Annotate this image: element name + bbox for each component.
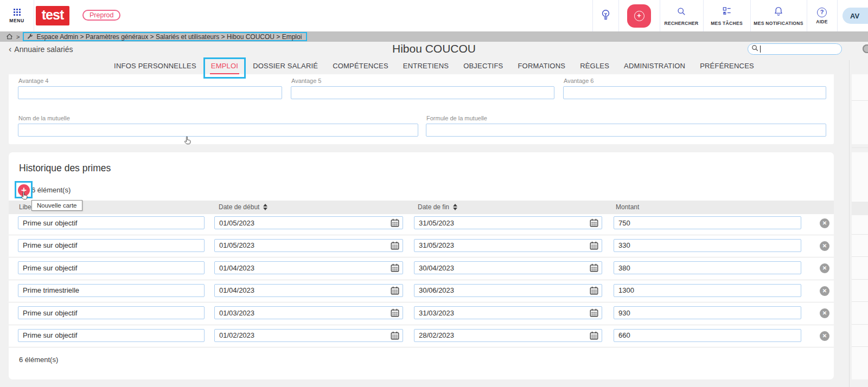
- prime-date-fin-input[interactable]: [414, 239, 602, 252]
- prime-montant-input[interactable]: [614, 329, 801, 342]
- add-button-tooltip: Nouvelle carte: [31, 200, 82, 211]
- delete-row-button[interactable]: ✕: [820, 218, 829, 228]
- prime-date-fin-input[interactable]: [414, 261, 602, 274]
- delete-row-button[interactable]: ✕: [820, 308, 829, 318]
- calendar-icon[interactable]: [590, 308, 598, 317]
- prime-date-debut-input[interactable]: [214, 329, 403, 342]
- prime-date-debut-input[interactable]: [214, 261, 403, 274]
- avantage6-input[interactable]: [563, 86, 826, 99]
- tab-regles[interactable]: RÈGLES: [580, 60, 609, 70]
- prime-montant-input[interactable]: [614, 284, 801, 297]
- suggestion-button[interactable]: [592, 0, 618, 31]
- tab-competences[interactable]: COMPÉTENCES: [333, 60, 388, 70]
- prime-libelle-input[interactable]: [18, 306, 205, 319]
- calendar-icon[interactable]: [590, 263, 598, 272]
- column-montant: Montant: [616, 203, 639, 211]
- avantage5-input[interactable]: [291, 86, 554, 99]
- section-title: Historique des primes: [19, 163, 111, 174]
- mutuelle-formule-input[interactable]: [426, 124, 826, 137]
- calendar-icon[interactable]: [391, 308, 399, 317]
- tab-infos-personnelles[interactable]: INFOS PERSONNELLES: [114, 60, 196, 70]
- quick-add-button[interactable]: +: [627, 4, 651, 28]
- delete-row-button[interactable]: ✕: [820, 331, 829, 341]
- mutuelle-nom-input[interactable]: [18, 124, 418, 137]
- environment-badge: Preprod: [82, 10, 120, 21]
- calendar-icon[interactable]: [590, 241, 598, 250]
- avantage6-label: Avantage 6: [564, 78, 593, 84]
- user-avatar[interactable]: AV: [843, 8, 868, 24]
- calendar-icon[interactable]: [590, 286, 598, 295]
- profile-tabs: INFOS PERSONNELLES EMPLOI DOSSIER SALARI…: [0, 60, 868, 74]
- column-date-debut[interactable]: Date de début: [219, 203, 267, 211]
- employee-search-input[interactable]: [748, 43, 842, 55]
- tasks-icon: [722, 6, 732, 19]
- table-header: Libellé Date de début Date de fin Montan…: [9, 201, 834, 214]
- my-notifications-button[interactable]: MES NOTIFICATIONS: [750, 0, 807, 31]
- prime-libelle-input[interactable]: [18, 216, 205, 229]
- row-separator: [9, 302, 834, 302]
- menu-grid-icon: [14, 9, 21, 16]
- breadcrumb: > Espace Admin > Paramètres généraux > S…: [0, 31, 868, 42]
- prime-date-fin-input[interactable]: [414, 306, 602, 319]
- prime-date-debut-input[interactable]: [214, 239, 403, 252]
- tab-entretiens[interactable]: ENTRETIENS: [403, 60, 449, 70]
- prime-date-fin-input[interactable]: [414, 329, 602, 342]
- prime-date-debut-input[interactable]: [214, 306, 403, 319]
- app-logo[interactable]: test: [36, 6, 69, 25]
- calendar-icon[interactable]: [391, 286, 399, 295]
- text-caret: [760, 46, 761, 53]
- row-separator: [9, 257, 834, 257]
- page-title: Hibou COUCOU: [0, 42, 868, 55]
- prime-libelle-input[interactable]: [18, 284, 205, 297]
- prime-libelle-input[interactable]: [18, 239, 205, 252]
- tab-preferences[interactable]: PRÉFÉRENCES: [700, 60, 754, 70]
- prime-date-debut-input[interactable]: [214, 216, 403, 229]
- lightbulb-icon: [599, 9, 612, 23]
- home-icon[interactable]: [6, 33, 13, 40]
- delete-row-button[interactable]: ✕: [820, 263, 829, 273]
- prime-libelle-input[interactable]: [18, 329, 205, 342]
- tab-administration[interactable]: ADMINISTRATION: [624, 60, 685, 70]
- search-icon: [676, 6, 687, 19]
- row-separator: [9, 235, 834, 235]
- search-menu-button[interactable]: RECHERCHER: [660, 0, 703, 31]
- calendar-icon[interactable]: [590, 331, 598, 340]
- delete-row-button[interactable]: ✕: [820, 241, 829, 251]
- sort-icon[interactable]: [263, 204, 267, 210]
- prime-montant-input[interactable]: [614, 306, 801, 319]
- column-date-fin[interactable]: Date de fin: [418, 203, 457, 211]
- tab-dossier-salarie[interactable]: DOSSIER SALARIÉ: [253, 60, 318, 70]
- edge-partial-icon: [863, 44, 868, 53]
- tab-emploi[interactable]: EMPLOI: [211, 60, 238, 70]
- row-separator: [9, 325, 834, 325]
- tab-formations[interactable]: FORMATIONS: [518, 60, 565, 70]
- prime-montant-input[interactable]: [614, 216, 801, 229]
- menu-button[interactable]: MENU: [4, 5, 29, 27]
- menu-label: MENU: [9, 18, 24, 23]
- my-tasks-button[interactable]: MES TÂCHES: [703, 0, 750, 31]
- prime-date-debut-input[interactable]: [214, 284, 403, 297]
- calendar-icon[interactable]: [391, 263, 399, 272]
- wrench-icon: [27, 32, 33, 42]
- prime-montant-input[interactable]: [614, 261, 801, 274]
- avantage4-label: Avantage 4: [18, 78, 48, 84]
- prime-date-fin-input[interactable]: [414, 216, 602, 229]
- calendar-icon[interactable]: [590, 218, 598, 227]
- add-prime-button[interactable]: +: [18, 184, 30, 196]
- prime-montant-input[interactable]: [614, 239, 801, 252]
- magnifier-icon: [751, 44, 759, 54]
- sort-icon[interactable]: [453, 204, 457, 210]
- plus-icon: +: [634, 11, 644, 21]
- avantage4-input[interactable]: [18, 86, 282, 99]
- calendar-icon[interactable]: [391, 218, 399, 227]
- top-bar: MENU test Preprod + RECHERCHER MES TÂCH: [0, 0, 868, 31]
- breadcrumb-highlight[interactable]: Espace Admin > Paramètres généraux > Sal…: [23, 32, 307, 41]
- calendar-icon[interactable]: [391, 331, 399, 340]
- prime-date-fin-input[interactable]: [414, 284, 602, 297]
- prime-libelle-input[interactable]: [18, 261, 205, 274]
- calendar-icon[interactable]: [391, 241, 399, 250]
- items-count-top: 6 élément(s): [31, 186, 71, 194]
- help-button[interactable]: ? AIDE: [807, 0, 837, 31]
- tab-objectifs[interactable]: OBJECTIFS: [463, 60, 503, 70]
- delete-row-button[interactable]: ✕: [820, 286, 829, 296]
